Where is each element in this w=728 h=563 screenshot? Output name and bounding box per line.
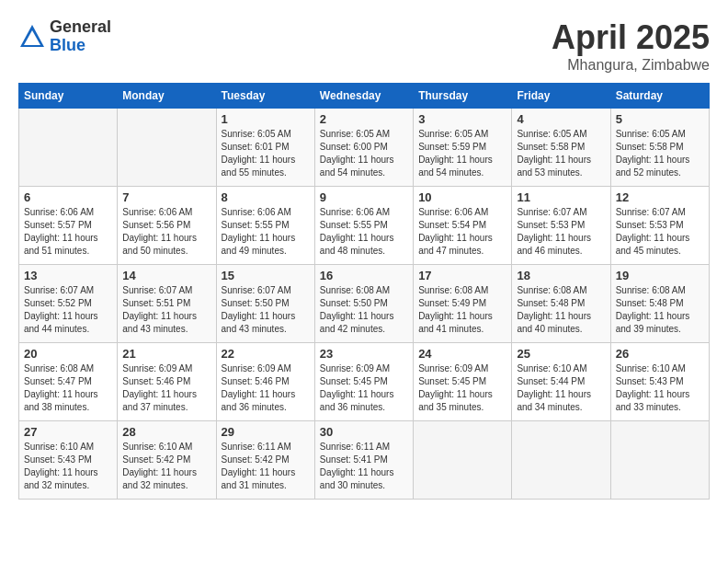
calendar-week-1: 1Sunrise: 6:05 AMSunset: 6:01 PMDaylight… xyxy=(19,109,710,187)
calendar-cell xyxy=(414,421,512,500)
title-block: April 2025 Mhangura, Zimbabwe xyxy=(552,18,710,74)
calendar-week-3: 13Sunrise: 6:07 AMSunset: 5:52 PMDayligh… xyxy=(19,265,710,343)
logo: General Blue xyxy=(18,18,111,55)
day-number: 24 xyxy=(418,347,506,361)
day-info: Sunrise: 6:11 AMSunset: 5:42 PMDaylight:… xyxy=(222,441,310,492)
calendar-cell: 2Sunrise: 6:05 AMSunset: 6:00 PMDaylight… xyxy=(314,109,413,187)
day-number: 10 xyxy=(418,190,506,204)
calendar-header: SundayMondayTuesdayWednesdayThursdayFrid… xyxy=(19,84,710,109)
calendar-cell: 7Sunrise: 6:06 AMSunset: 5:56 PMDaylight… xyxy=(118,187,216,265)
calendar-cell: 1Sunrise: 6:05 AMSunset: 6:01 PMDaylight… xyxy=(216,109,314,187)
calendar-cell: 21Sunrise: 6:09 AMSunset: 5:46 PMDayligh… xyxy=(118,343,216,421)
logo-text: General Blue xyxy=(50,18,111,55)
calendar-cell: 30Sunrise: 6:11 AMSunset: 5:41 PMDayligh… xyxy=(314,421,413,500)
day-info: Sunrise: 6:07 AMSunset: 5:53 PMDaylight:… xyxy=(517,206,605,258)
day-number: 12 xyxy=(616,190,704,204)
day-number: 3 xyxy=(418,112,506,126)
day-number: 19 xyxy=(616,269,704,282)
day-info: Sunrise: 6:09 AMSunset: 5:45 PMDaylight:… xyxy=(418,362,506,414)
calendar-cell: 5Sunrise: 6:05 AMSunset: 5:58 PMDaylight… xyxy=(610,109,709,187)
calendar-cell: 20Sunrise: 6:08 AMSunset: 5:47 PMDayligh… xyxy=(19,343,118,421)
day-info: Sunrise: 6:06 AMSunset: 5:55 PMDaylight:… xyxy=(222,206,310,258)
calendar-week-5: 27Sunrise: 6:10 AMSunset: 5:43 PMDayligh… xyxy=(19,421,710,500)
day-number: 20 xyxy=(24,347,112,361)
weekday-row: SundayMondayTuesdayWednesdayThursdayFrid… xyxy=(19,84,710,109)
day-info: Sunrise: 6:05 AMSunset: 5:59 PMDaylight:… xyxy=(418,128,506,179)
day-number: 13 xyxy=(24,269,112,282)
calendar-body: 1Sunrise: 6:05 AMSunset: 6:01 PMDaylight… xyxy=(19,109,710,500)
calendar-cell: 16Sunrise: 6:08 AMSunset: 5:50 PMDayligh… xyxy=(314,265,413,343)
calendar-cell: 13Sunrise: 6:07 AMSunset: 5:52 PMDayligh… xyxy=(19,265,118,343)
day-info: Sunrise: 6:07 AMSunset: 5:52 PMDaylight:… xyxy=(24,284,112,336)
location: Mhangura, Zimbabwe xyxy=(552,57,710,74)
weekday-header-wednesday: Wednesday xyxy=(314,84,413,109)
day-info: Sunrise: 6:05 AMSunset: 6:01 PMDaylight:… xyxy=(222,128,310,179)
calendar-cell: 10Sunrise: 6:06 AMSunset: 5:54 PMDayligh… xyxy=(414,187,512,265)
calendar-cell: 18Sunrise: 6:08 AMSunset: 5:48 PMDayligh… xyxy=(512,265,610,343)
day-info: Sunrise: 6:09 AMSunset: 5:46 PMDaylight:… xyxy=(122,362,210,414)
day-info: Sunrise: 6:07 AMSunset: 5:53 PMDaylight:… xyxy=(616,206,704,258)
day-info: Sunrise: 6:05 AMSunset: 5:58 PMDaylight:… xyxy=(517,128,605,179)
weekday-header-tuesday: Tuesday xyxy=(216,84,314,109)
day-info: Sunrise: 6:09 AMSunset: 5:46 PMDaylight:… xyxy=(222,362,310,414)
calendar-cell: 25Sunrise: 6:10 AMSunset: 5:44 PMDayligh… xyxy=(512,343,610,421)
day-number: 27 xyxy=(24,425,112,439)
day-info: Sunrise: 6:08 AMSunset: 5:48 PMDaylight:… xyxy=(517,284,605,336)
day-number: 9 xyxy=(320,190,408,204)
calendar-cell: 22Sunrise: 6:09 AMSunset: 5:46 PMDayligh… xyxy=(216,343,314,421)
day-info: Sunrise: 6:05 AMSunset: 5:58 PMDaylight:… xyxy=(616,128,704,179)
page-header: General Blue April 2025 Mhangura, Zimbab… xyxy=(18,18,710,74)
day-info: Sunrise: 6:07 AMSunset: 5:51 PMDaylight:… xyxy=(122,284,210,336)
calendar-cell: 8Sunrise: 6:06 AMSunset: 5:55 PMDaylight… xyxy=(216,187,314,265)
calendar-cell: 23Sunrise: 6:09 AMSunset: 5:45 PMDayligh… xyxy=(314,343,413,421)
day-info: Sunrise: 6:08 AMSunset: 5:50 PMDaylight:… xyxy=(320,284,408,336)
weekday-header-thursday: Thursday xyxy=(414,84,512,109)
logo-blue-text: Blue xyxy=(50,37,111,55)
calendar-cell: 26Sunrise: 6:10 AMSunset: 5:43 PMDayligh… xyxy=(610,343,709,421)
day-number: 21 xyxy=(122,347,210,361)
month-title: April 2025 xyxy=(552,18,710,57)
day-number: 29 xyxy=(222,425,310,439)
calendar-cell: 9Sunrise: 6:06 AMSunset: 5:55 PMDaylight… xyxy=(314,187,413,265)
day-number: 22 xyxy=(222,347,310,361)
day-number: 7 xyxy=(122,190,210,204)
calendar-cell: 12Sunrise: 6:07 AMSunset: 5:53 PMDayligh… xyxy=(610,187,709,265)
calendar-cell: 15Sunrise: 6:07 AMSunset: 5:50 PMDayligh… xyxy=(216,265,314,343)
day-info: Sunrise: 6:10 AMSunset: 5:42 PMDaylight:… xyxy=(122,441,210,492)
calendar-cell: 17Sunrise: 6:08 AMSunset: 5:49 PMDayligh… xyxy=(414,265,512,343)
day-number: 25 xyxy=(517,347,605,361)
day-info: Sunrise: 6:10 AMSunset: 5:44 PMDaylight:… xyxy=(517,362,605,414)
logo-icon xyxy=(18,23,46,51)
day-number: 6 xyxy=(24,190,112,204)
day-number: 26 xyxy=(616,347,704,361)
calendar-cell: 3Sunrise: 6:05 AMSunset: 5:59 PMDaylight… xyxy=(414,109,512,187)
calendar-cell: 29Sunrise: 6:11 AMSunset: 5:42 PMDayligh… xyxy=(216,421,314,500)
day-number: 18 xyxy=(517,269,605,282)
calendar-table: SundayMondayTuesdayWednesdayThursdayFrid… xyxy=(18,83,710,500)
day-number: 1 xyxy=(222,112,310,126)
day-number: 15 xyxy=(222,269,310,282)
day-info: Sunrise: 6:07 AMSunset: 5:50 PMDaylight:… xyxy=(222,284,310,336)
day-number: 30 xyxy=(320,425,408,439)
day-info: Sunrise: 6:08 AMSunset: 5:47 PMDaylight:… xyxy=(24,362,112,414)
calendar-cell xyxy=(610,421,709,500)
day-number: 8 xyxy=(222,190,310,204)
calendar-cell xyxy=(19,109,118,187)
day-number: 11 xyxy=(517,190,605,204)
calendar-cell: 6Sunrise: 6:06 AMSunset: 5:57 PMDaylight… xyxy=(19,187,118,265)
calendar-cell: 27Sunrise: 6:10 AMSunset: 5:43 PMDayligh… xyxy=(19,421,118,500)
day-info: Sunrise: 6:09 AMSunset: 5:45 PMDaylight:… xyxy=(320,362,408,414)
day-info: Sunrise: 6:06 AMSunset: 5:57 PMDaylight:… xyxy=(24,206,112,258)
day-info: Sunrise: 6:05 AMSunset: 6:00 PMDaylight:… xyxy=(320,128,408,179)
calendar-cell: 11Sunrise: 6:07 AMSunset: 5:53 PMDayligh… xyxy=(512,187,610,265)
weekday-header-saturday: Saturday xyxy=(610,84,709,109)
day-info: Sunrise: 6:11 AMSunset: 5:41 PMDaylight:… xyxy=(320,441,408,492)
calendar-cell xyxy=(118,109,216,187)
day-number: 17 xyxy=(418,269,506,282)
day-info: Sunrise: 6:10 AMSunset: 5:43 PMDaylight:… xyxy=(616,362,704,414)
day-number: 28 xyxy=(122,425,210,439)
day-number: 4 xyxy=(517,112,605,126)
calendar-week-4: 20Sunrise: 6:08 AMSunset: 5:47 PMDayligh… xyxy=(19,343,710,421)
calendar-cell: 19Sunrise: 6:08 AMSunset: 5:48 PMDayligh… xyxy=(610,265,709,343)
calendar-cell: 4Sunrise: 6:05 AMSunset: 5:58 PMDaylight… xyxy=(512,109,610,187)
